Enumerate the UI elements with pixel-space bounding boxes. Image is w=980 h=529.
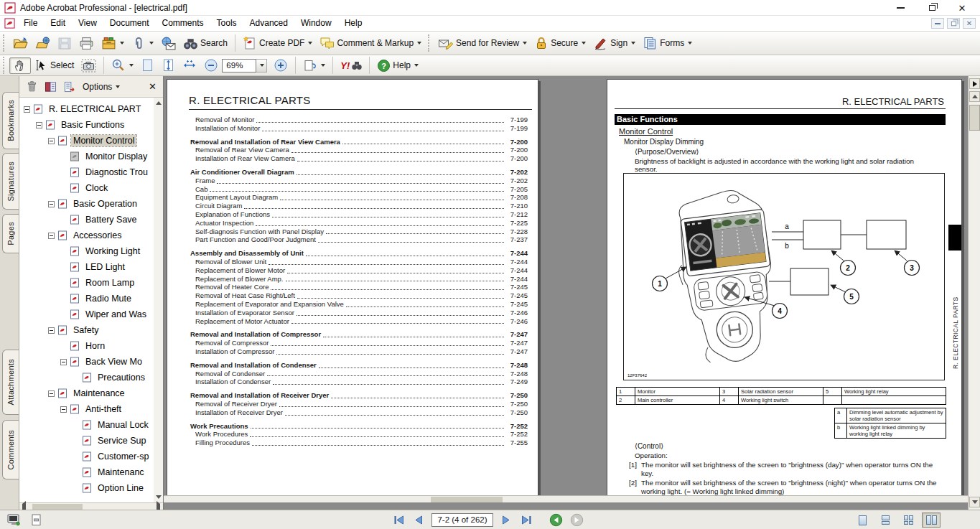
toc-entry[interactable]: Filling Procedures 7-255 <box>190 439 528 447</box>
goto-bookmark-button[interactable] <box>63 81 75 93</box>
bookmark-item[interactable]: Service Sup <box>19 433 154 449</box>
toc-entry[interactable]: Actuator Inspection 7-225 <box>190 219 528 228</box>
email-button[interactable] <box>157 34 179 52</box>
bookmark-item[interactable]: Clock <box>19 180 154 196</box>
bookmarks-vertical-scrollbar[interactable] <box>154 98 163 502</box>
next-page-button[interactable] <box>499 512 513 527</box>
toc-entry[interactable]: Work Precautions 7-252 <box>190 422 528 431</box>
toc-entry[interactable]: Removal of Receiver Dryer 7-250 <box>190 400 528 408</box>
menu-item[interactable]: View <box>72 16 103 31</box>
hand-tool-button[interactable] <box>9 57 31 74</box>
doc-minimize-button[interactable] <box>931 18 944 29</box>
menu-item[interactable]: Window <box>294 16 338 31</box>
open-button[interactable] <box>9 34 32 52</box>
close-button[interactable]: ✕ <box>951 0 973 16</box>
restore-button[interactable] <box>921 0 943 16</box>
toc-entry[interactable]: Installation of Evaporator Sensor 7-246 <box>190 309 528 317</box>
toc-entry[interactable]: Removal of Heat Case Right/Left 7-245 <box>190 291 528 300</box>
zoom-out-button[interactable] <box>200 57 222 74</box>
search-button[interactable]: Search <box>179 34 231 52</box>
fit-page-button[interactable] <box>158 57 179 74</box>
help-button[interactable]: ? Help <box>373 57 422 74</box>
scroll-up-icon[interactable] <box>154 99 162 107</box>
bookmark-item[interactable]: Monitor Display <box>19 149 154 164</box>
document-vertical-scrollbar[interactable] <box>968 76 980 510</box>
navigation-tab[interactable]: Comments <box>2 420 19 479</box>
navigation-tab[interactable]: Attachments <box>2 350 19 415</box>
continuous-facing-view-button[interactable] <box>899 512 918 528</box>
expander-minus-icon[interactable] <box>48 390 55 397</box>
bookmark-item[interactable]: Manual Lock <box>19 417 154 433</box>
bookmark-item[interactable]: Working Light <box>19 243 154 259</box>
page-size-button[interactable] <box>31 514 42 526</box>
delete-bookmark-button[interactable] <box>26 80 38 93</box>
toc-entry[interactable]: Removal and Installation of Rear View Ca… <box>190 138 528 146</box>
bookmark-item[interactable]: Safety <box>19 322 154 338</box>
previous-view-button[interactable] <box>549 513 563 527</box>
doc-close-button[interactable]: ✕ <box>963 18 976 29</box>
toc-entry[interactable]: Self-diagnosis Function with Panel Displ… <box>190 228 528 236</box>
actual-size-button[interactable] <box>137 57 158 74</box>
bookmark-item[interactable]: Horn <box>19 338 154 354</box>
continuous-view-button[interactable] <box>876 512 895 528</box>
page-number-field[interactable]: 7-2 (4 of 262) <box>431 513 493 527</box>
navigation-tab[interactable]: Signatures <box>2 153 19 210</box>
save-button[interactable] <box>54 34 75 52</box>
menu-item[interactable]: Help <box>338 16 369 31</box>
document-horizontal-scrollbar[interactable] <box>164 495 968 502</box>
toc-entry[interactable]: Removal and Installation of Compressor 7… <box>190 330 528 339</box>
bookmark-item[interactable]: Monitor Control <box>19 133 154 149</box>
bookmark-item[interactable]: Diagnostic Trou <box>19 164 154 180</box>
toc-entry[interactable]: Replacement of Blower Motor 7-244 <box>190 266 528 275</box>
toc-entry[interactable]: Removal of Heater Core 7-245 <box>190 283 528 291</box>
toc-entry[interactable]: Cab 7-205 <box>190 185 528 194</box>
bookmarks-options-button[interactable]: Options <box>83 82 120 92</box>
toc-entry[interactable]: Installation of Condenser 7-249 <box>190 378 528 386</box>
toolbar-grip[interactable] <box>3 34 7 52</box>
bookmark-item[interactable]: Back View Mo <box>19 354 154 370</box>
bookmark-item[interactable]: Radio Mute <box>19 291 154 306</box>
scroll-down-icon[interactable] <box>154 493 162 501</box>
next-view-button[interactable] <box>570 513 584 527</box>
organizer-button[interactable] <box>98 34 128 52</box>
zoom-level-dropdown[interactable] <box>256 59 267 72</box>
toc-entry[interactable]: Equipment Layout Diagram 7-208 <box>190 193 528 202</box>
scroll-up-icon[interactable] <box>969 91 980 102</box>
toc-entry[interactable]: Removal and Installation of Receiver Dry… <box>190 391 528 400</box>
toolbar-grip[interactable] <box>3 57 7 74</box>
toc-entry[interactable]: Work Procedures 7-252 <box>190 430 528 439</box>
scrollbar-thumb[interactable] <box>969 105 980 131</box>
expand-current-bookmark-button[interactable] <box>45 81 57 93</box>
zoom-in-button[interactable] <box>270 57 291 74</box>
create-pdf-button[interactable]: Create PDF <box>239 34 316 52</box>
expander-minus-icon[interactable] <box>48 201 55 207</box>
bookmark-item[interactable]: Maintenance <box>19 385 154 401</box>
forms-button[interactable]: Forms <box>639 34 696 52</box>
scroll-down-icon[interactable] <box>969 497 980 507</box>
zoom-level-input[interactable]: 69% <box>222 59 256 72</box>
menu-item[interactable]: File <box>17 16 44 31</box>
scrollbar-thumb[interactable] <box>431 497 503 502</box>
scrollbar-thumb[interactable] <box>32 504 83 510</box>
toc-entry[interactable]: Replacement of Motor Actuator 7-246 <box>190 317 528 326</box>
toc-entry[interactable]: Assembly and Disassembly of Unit 7-244 <box>190 249 528 258</box>
last-page-button[interactable] <box>519 512 533 527</box>
toc-entry[interactable]: Circuit Diagram 7-210 <box>190 202 528 210</box>
facing-view-button[interactable] <box>922 512 941 528</box>
toc-entry[interactable]: Part Function and Good/Poor Judgment 7-2… <box>190 235 528 244</box>
navigation-tab[interactable]: Bookmarks <box>2 92 19 149</box>
bookmark-item[interactable]: Basic Operation <box>19 196 154 212</box>
toc-entry[interactable]: Removal of Blower Unit 7-244 <box>190 258 528 266</box>
toc-entry[interactable]: Installation of Compressor 7-247 <box>190 347 528 356</box>
toc-entry[interactable]: Installation of Rear View Camera 7-200 <box>190 154 528 163</box>
single-page-view-button[interactable] <box>853 512 872 528</box>
previous-page-button[interactable] <box>411 512 426 527</box>
toc-entry[interactable]: Removal of Compressor 7-247 <box>190 339 528 347</box>
toolbar-grip[interactable] <box>428 34 432 52</box>
bookmark-item[interactable]: Accessories <box>19 228 154 243</box>
yahoo-search-button[interactable]: Y! <box>337 57 365 74</box>
bookmark-item[interactable]: Precautions <box>19 370 154 385</box>
secure-button[interactable]: Secure <box>531 34 589 52</box>
bookmark-item[interactable]: R. ELECTRICAL PART <box>19 101 154 117</box>
toc-entry[interactable]: Installation of Monitor 7-199 <box>190 124 528 133</box>
